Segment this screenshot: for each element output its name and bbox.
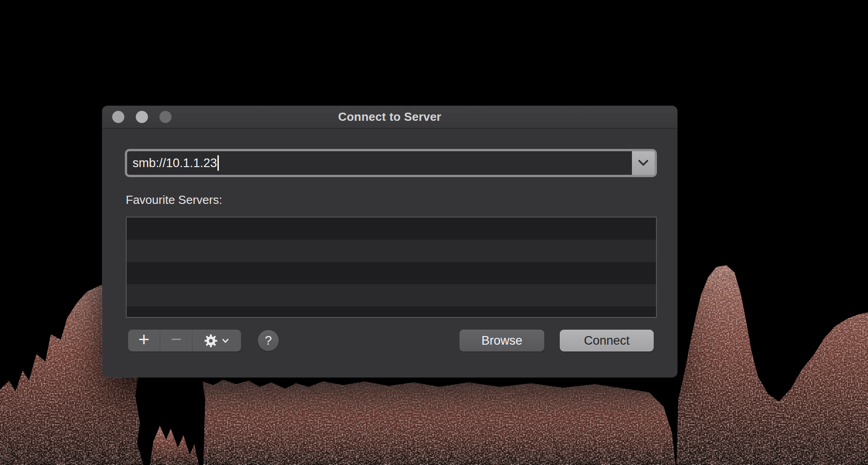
server-address-input[interactable]: smb://10.1.1.23 [133, 151, 219, 175]
question-mark-icon: ? [265, 333, 272, 348]
add-favourite-button[interactable]: + [128, 330, 160, 351]
list-row [127, 262, 656, 284]
text-caret [217, 155, 219, 171]
gear-icon [204, 334, 218, 348]
favourite-servers-label: Favourite Servers: [126, 193, 222, 207]
list-row [127, 240, 656, 262]
minus-icon: − [171, 328, 182, 350]
list-row [127, 307, 656, 318]
connect-button[interactable]: Connect [560, 330, 654, 351]
favourite-servers-list[interactable] [126, 217, 657, 318]
remove-favourite-button[interactable]: − [160, 330, 192, 351]
server-address-value: smb://10.1.1.23 [133, 156, 217, 170]
favourites-edit-segmented-control: + − [128, 330, 241, 351]
help-button[interactable]: ? [258, 330, 279, 351]
desktop: Connect to Server smb://10.1.1.23 Favour… [0, 0, 868, 465]
connect-to-server-window: Connect to Server smb://10.1.1.23 Favour… [102, 106, 677, 377]
server-history-dropdown-button[interactable] [632, 151, 655, 175]
list-row [127, 218, 656, 240]
action-menu-button[interactable] [192, 330, 240, 351]
plus-icon: + [138, 329, 150, 351]
chevron-down-icon [222, 338, 229, 343]
chevron-down-icon [638, 159, 649, 167]
browse-button-label: Browse [481, 334, 522, 348]
server-address-field: smb://10.1.1.23 [125, 149, 657, 177]
list-row [127, 284, 656, 307]
window-title: Connect to Server [102, 106, 677, 128]
browse-button[interactable]: Browse [459, 330, 544, 351]
titlebar[interactable]: Connect to Server [102, 106, 677, 129]
connect-button-label: Connect [584, 334, 630, 348]
